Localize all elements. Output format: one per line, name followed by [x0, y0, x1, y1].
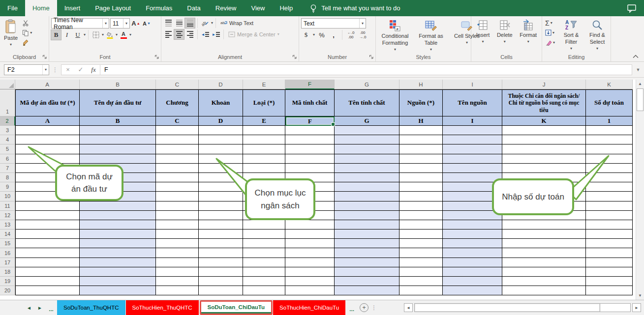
cell-D20[interactable]	[199, 286, 243, 295]
cell-D2[interactable]: D	[199, 116, 243, 126]
scroll-right-arrow[interactable]: ►	[632, 303, 641, 312]
cell-K12[interactable]	[586, 211, 633, 220]
sheet-bar-drag-handle[interactable]: ⋮	[370, 300, 377, 315]
cell-H3[interactable]	[399, 126, 443, 135]
cell-C11[interactable]	[156, 201, 199, 211]
cell-J3[interactable]	[502, 126, 586, 135]
cell-F14[interactable]	[285, 229, 335, 239]
cell-H15[interactable]	[399, 239, 443, 248]
row-header-13[interactable]: 13	[0, 220, 15, 229]
tell-me-box[interactable]: Tell me what you want to do	[310, 0, 400, 16]
find-select-button[interactable]: Find & Select ▾	[585, 18, 610, 53]
cell-E16[interactable]	[243, 248, 285, 258]
cell-H8[interactable]	[399, 173, 443, 182]
scroll-down-arrow[interactable]: ▼	[636, 291, 644, 300]
cell-B3[interactable]	[80, 126, 156, 135]
row-header-7[interactable]: 7	[0, 164, 15, 173]
borders-button[interactable]	[91, 30, 101, 40]
header-cell-G1[interactable]: Tên tính chất	[335, 89, 399, 116]
cell-A16[interactable]	[15, 248, 80, 258]
new-sheet-button[interactable]: +	[358, 300, 370, 315]
align-center-button[interactable]	[174, 29, 184, 39]
cell-D17[interactable]	[199, 258, 243, 267]
cell-C6[interactable]	[156, 154, 199, 164]
cell-G3[interactable]	[335, 126, 399, 135]
cell-D14[interactable]	[199, 229, 243, 239]
tab-formulas[interactable]: Formulas	[138, 0, 180, 16]
cell-G13[interactable]	[335, 220, 399, 229]
format-cells-button[interactable]: Format ▾	[518, 18, 539, 53]
cell-F16[interactable]	[285, 248, 335, 258]
cell-C10[interactable]	[156, 192, 199, 201]
cell-J7[interactable]	[502, 164, 586, 173]
cell-K3[interactable]	[586, 126, 633, 135]
cell-K16[interactable]	[586, 248, 633, 258]
cell-C4[interactable]	[156, 135, 199, 144]
cell-A2[interactable]: A	[15, 116, 80, 126]
row-header-6[interactable]: 6	[0, 154, 15, 164]
name-box[interactable]: F2 ▾	[4, 64, 49, 75]
orientation-button[interactable]: ab	[200, 18, 210, 28]
tab-insert[interactable]: Insert	[57, 0, 88, 16]
cut-button[interactable]	[21, 18, 33, 28]
cell-F6[interactable]	[285, 154, 335, 164]
cell-E4[interactable]	[243, 135, 285, 144]
cell-B19[interactable]	[80, 277, 156, 286]
cell-E5[interactable]	[243, 144, 285, 154]
decrease-font-size-button[interactable]: A▼	[142, 19, 152, 29]
cell-I4[interactable]	[443, 135, 502, 144]
cell-I14[interactable]	[443, 229, 502, 239]
format-painter-button[interactable]	[21, 38, 33, 47]
copy-button[interactable]: ▾	[21, 28, 33, 37]
cell-C13[interactable]	[156, 220, 199, 229]
cell-A3[interactable]	[15, 126, 80, 135]
cell-J4[interactable]	[502, 135, 586, 144]
cell-K11[interactable]	[586, 201, 633, 211]
number-dialog-launcher[interactable]	[369, 55, 374, 59]
cell-B16[interactable]	[80, 248, 156, 258]
cell-G16[interactable]	[335, 248, 399, 258]
cell-C8[interactable]	[156, 173, 199, 182]
align-right-button[interactable]	[185, 29, 195, 39]
cell-J20[interactable]	[502, 286, 586, 295]
cell-A19[interactable]	[15, 277, 80, 286]
clear-button[interactable]: ▾	[544, 38, 556, 47]
cell-D10[interactable]	[199, 192, 243, 201]
column-header-B[interactable]: B	[80, 80, 156, 89]
cell-G5[interactable]	[335, 144, 399, 154]
row-header-2[interactable]: 2	[0, 116, 15, 126]
header-cell-F1[interactable]: Mã tính chất	[285, 89, 335, 116]
cell-K19[interactable]	[586, 277, 633, 286]
alignment-dialog-launcher[interactable]	[292, 55, 297, 59]
column-header-D[interactable]: D	[199, 80, 243, 89]
cell-B13[interactable]	[80, 220, 156, 229]
cell-I3[interactable]	[443, 126, 502, 135]
underline-dropdown-arrow[interactable]: ▾	[84, 33, 86, 37]
middle-align-button[interactable]	[174, 18, 184, 28]
cell-K15[interactable]	[586, 239, 633, 248]
cell-G15[interactable]	[335, 239, 399, 248]
collapse-ribbon-button[interactable]	[632, 54, 639, 58]
cell-E3[interactable]	[243, 126, 285, 135]
cell-F19[interactable]	[285, 277, 335, 286]
cell-K20[interactable]	[586, 286, 633, 295]
cell-B2[interactable]: B	[80, 116, 156, 126]
cell-H10[interactable]	[399, 192, 443, 201]
header-cell-C1[interactable]: Chương	[156, 89, 199, 116]
number-format-combo[interactable]: Text▾	[301, 18, 366, 29]
font-color-dropdown-arrow[interactable]: ▾	[129, 33, 131, 37]
sort-filter-button[interactable]: AZ Sort & Filter ▾	[559, 18, 583, 53]
column-header-H[interactable]: H	[399, 80, 443, 89]
cell-C12[interactable]	[156, 211, 199, 220]
accounting-format-button[interactable]: $	[301, 30, 311, 40]
tab-page-layout[interactable]: Page Layout	[88, 0, 138, 16]
cell-C7[interactable]	[156, 164, 199, 173]
cell-G8[interactable]	[335, 173, 399, 182]
cell-G10[interactable]	[335, 192, 399, 201]
row-header-5[interactable]: 5	[0, 144, 15, 154]
cell-E20[interactable]	[243, 286, 285, 295]
increase-indent-button[interactable]: ►	[211, 29, 221, 39]
cell-B4[interactable]	[80, 135, 156, 144]
column-header-K[interactable]: K	[586, 80, 633, 89]
cell-F15[interactable]	[285, 239, 335, 248]
